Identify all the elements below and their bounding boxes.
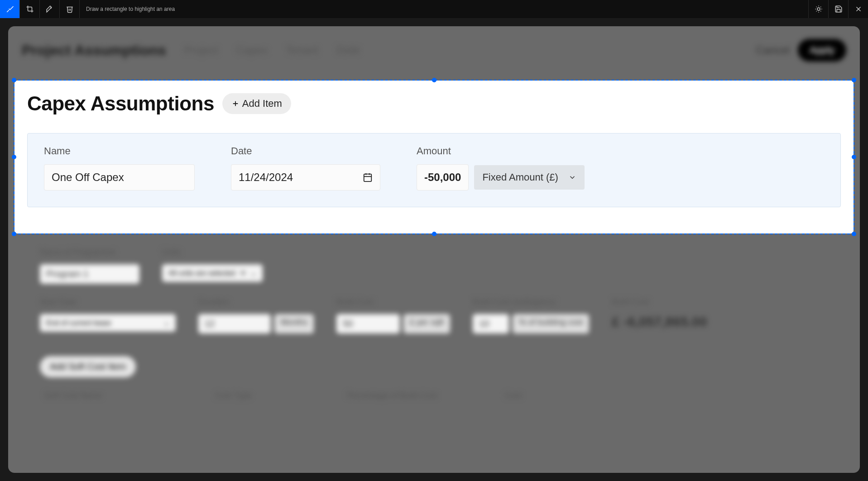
contingency-unit: % of building cost xyxy=(513,314,589,333)
build-cost-value: 50 xyxy=(336,314,400,333)
label-total-build-cost: Build Cost xyxy=(612,297,707,307)
tab-tenant: Tenant xyxy=(286,44,318,57)
cancel-button: Cancel xyxy=(756,44,790,57)
save-button[interactable] xyxy=(828,0,848,18)
tab-project: Project xyxy=(184,44,218,57)
label-percentage: Percentage of Build Cost xyxy=(347,391,437,400)
draw-tool[interactable] xyxy=(40,0,60,18)
resize-handle-top-center[interactable] xyxy=(432,78,436,82)
resize-handle-middle-right[interactable] xyxy=(852,155,856,159)
label-build-cost: Build Cost xyxy=(336,297,450,307)
resize-handle-bottom-left[interactable] xyxy=(12,232,16,236)
total-build-cost: £ -6,057,865.00 xyxy=(612,314,707,329)
label-cost: Cost xyxy=(505,391,522,400)
clear-icon: ✕ xyxy=(240,269,246,277)
annotation-toolbar: Draw a rectangle to highlight an area xyxy=(0,0,868,18)
save-icon xyxy=(834,5,843,13)
crop-icon xyxy=(26,5,34,13)
selection-rectangle[interactable] xyxy=(14,80,854,234)
page-background: Project Assumptions Project Capex Tenant… xyxy=(8,26,860,473)
duration-value: 12 xyxy=(198,314,271,333)
resize-handle-bottom-right[interactable] xyxy=(852,232,856,236)
highlight-icon xyxy=(6,5,14,13)
crop-tool[interactable] xyxy=(20,0,40,18)
label-cost-type: Cost Type xyxy=(215,391,252,400)
label-programme-name: Name of Programme xyxy=(40,248,139,257)
resize-handle-middle-left[interactable] xyxy=(12,155,16,159)
delete-tool[interactable] xyxy=(60,0,80,18)
add-soft-cost-button: Add Soft Cost Item xyxy=(40,356,136,377)
units-value: All units are selected xyxy=(168,269,235,277)
resize-handle-bottom-center[interactable] xyxy=(432,232,436,236)
chevron-down-icon: ⌄ xyxy=(250,269,256,277)
viewport: Project Assumptions Project Capex Tenant… xyxy=(0,18,868,481)
trash-icon xyxy=(66,5,74,13)
duration-unit: Months xyxy=(274,314,314,333)
svg-point-0 xyxy=(817,8,820,10)
page-title: Project Assumptions xyxy=(22,42,166,59)
apply-button: Apply xyxy=(798,39,846,62)
theme-toggle[interactable] xyxy=(808,0,828,18)
label-start-date: Start Date xyxy=(40,297,176,307)
tab-debt: Debt xyxy=(336,44,360,57)
label-duration: Duration xyxy=(198,297,314,307)
build-cost-unit: £ per sqft xyxy=(403,314,450,333)
tab-capex: Capex xyxy=(236,44,268,57)
contingency-value: 10 xyxy=(473,314,509,333)
resize-handle-top-left[interactable] xyxy=(12,78,16,82)
chevron-down-icon: ⌄ xyxy=(163,319,169,327)
label-units: Units xyxy=(162,248,263,257)
resize-handle-top-right[interactable] xyxy=(852,78,856,82)
toolbar-hint-text: Draw a rectangle to highlight an area xyxy=(80,6,175,12)
highlight-tool[interactable] xyxy=(0,0,20,18)
label-contingency: Build Cost contingency xyxy=(473,297,589,307)
sun-icon xyxy=(815,5,823,13)
start-value: End of current lease xyxy=(46,319,111,327)
input-programme-name: Program 1 xyxy=(40,264,139,284)
pencil-ruler-icon xyxy=(46,5,54,13)
close-icon xyxy=(854,5,863,13)
label-soft-cost-name: Soft Cost Name xyxy=(44,391,102,400)
close-button[interactable] xyxy=(848,0,868,18)
